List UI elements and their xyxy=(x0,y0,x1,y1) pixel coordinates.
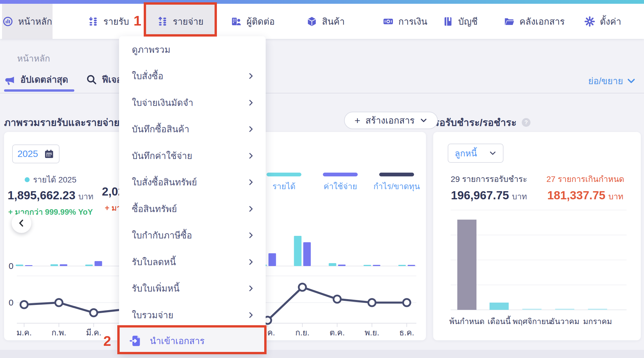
legend-label: ค่าใช้จ่าย xyxy=(323,180,357,193)
income-metric-value: 1,895,662.23 xyxy=(8,189,75,202)
nav-item-home[interactable]: หน้าหลัก xyxy=(2,4,53,39)
income-metric-unit: บาท xyxy=(78,192,93,201)
overview-section-title: ภาพรวมรายรับและรายจ่าย ? xyxy=(4,115,134,130)
menu-item-8[interactable]: รับใบลดหนี้ xyxy=(119,249,266,275)
chevron-right-icon xyxy=(247,258,255,266)
expense-icon xyxy=(157,16,168,27)
nav-item-documents[interactable]: คลังเอกสาร xyxy=(504,4,565,39)
menu-item-label: ดูภาพรวม xyxy=(132,42,255,57)
svg-text:ธันวาคม: ธันวาคม xyxy=(550,317,579,326)
legend-item-0[interactable]: รายได้ xyxy=(265,173,303,193)
legend-label: กำไร/ขาดทุน xyxy=(373,180,420,193)
svg-text:0: 0 xyxy=(9,298,14,307)
collapse-expand-label: ย่อ/ขยาย xyxy=(588,74,623,88)
svg-text:ม.ค.: ม.ค. xyxy=(17,328,32,337)
overdue-metric: 27 รายการเกินกำหนด 181,337.75บาท xyxy=(542,173,629,203)
menu-item-label: ใบกำกับภาษีซื้อ xyxy=(132,228,247,243)
nav-item-label: บัญชี xyxy=(458,14,478,29)
menu-item-10[interactable]: ใบรวมจ่าย xyxy=(119,302,266,328)
overdue-count: 27 รายการเกินกำหนด xyxy=(546,173,624,185)
pending-count: 29 รายการรอรับชำระ xyxy=(451,173,527,185)
menu-item-5[interactable]: ใบสั่งซื้อสินทรัพย์ xyxy=(119,169,266,196)
debtor-filter-select[interactable]: ลูกหนี้ xyxy=(448,144,503,163)
overdue-amount: 181,337.75 xyxy=(547,189,605,202)
menu-item-1[interactable]: ใบสั่งซื้อ xyxy=(119,63,266,90)
search-icon xyxy=(86,74,97,85)
legend-item-1[interactable]: ค่าใช้จ่าย xyxy=(321,173,359,193)
chevron-right-icon xyxy=(247,178,255,187)
svg-text:พฤศจิกายน: พฤศจิกายน xyxy=(513,317,551,326)
tab-latest-updates[interactable]: อัปเดตล่าสุด xyxy=(4,72,68,87)
nav-item-label: ตั้งค่า xyxy=(600,14,621,29)
year-selector[interactable]: 2025 xyxy=(12,144,60,163)
nav-item-expense[interactable]: รายจ่าย xyxy=(144,4,216,39)
nav-item-label: คลังเอกสาร xyxy=(519,14,565,29)
menu-item-7[interactable]: ใบกำกับภาษีซื้อ xyxy=(119,222,266,249)
menu-item-4[interactable]: บันทึกค่าใช้จ่าย xyxy=(119,142,266,169)
app-window: หน้าหลักรายรับรายจ่ายผู้ติดต่อสินค้าการเ… xyxy=(0,0,644,358)
receivables-title-text: รอรับชำระ/รอชำระ xyxy=(434,115,517,130)
nav-item-label: สินค้า xyxy=(322,14,345,29)
debtor-filter-value: ลูกหนี้ xyxy=(455,147,477,160)
receivables-section-title: รอรับชำระ/รอชำระ ? xyxy=(434,115,530,130)
pending-amount: 196,967.75 xyxy=(451,189,509,202)
chart-legend: รายได้ค่าใช้จ่ายกำไร/ขาดทุน xyxy=(265,173,416,193)
settings-icon xyxy=(584,16,595,27)
legend-swatch xyxy=(267,173,301,176)
menu-item-0[interactable]: ดูภาพรวม xyxy=(119,36,266,63)
chevron-right-icon xyxy=(247,98,255,107)
nav-item-finance[interactable]: การเงิน xyxy=(383,4,427,39)
megaphone-icon xyxy=(4,74,16,85)
income-metric: รายได้ 2025 1,895,662.23บาท + มากกว่า 99… xyxy=(7,173,94,218)
overdue-unit: บาท xyxy=(608,192,623,201)
menu-item-label: ใบรวมจ่าย xyxy=(132,308,247,322)
chevron-right-icon xyxy=(247,151,255,160)
create-document-label: สร้างเอกสาร xyxy=(366,113,415,128)
page-bottom-strip xyxy=(0,350,644,358)
legend-item-2[interactable]: กำไร/ขาดทุน xyxy=(377,173,416,193)
brand-gradient-strip xyxy=(0,0,644,4)
help-icon[interactable]: ? xyxy=(522,118,530,127)
nav-item-label: รายจ่าย xyxy=(173,14,204,29)
pending-metric: 29 รายการรอรับชำระ 196,967.75บาท xyxy=(445,173,533,203)
nav-item-accounting[interactable]: บัญชี xyxy=(442,4,478,39)
pending-unit: บาท xyxy=(512,192,527,201)
documents-icon xyxy=(504,16,515,27)
chevron-left-icon xyxy=(17,218,26,228)
nav-item-income[interactable]: รายรับ xyxy=(88,4,129,39)
annotation-step-2: 2 xyxy=(103,333,111,349)
svg-text:เดือนนี้: เดือนนี้ xyxy=(488,316,511,326)
income-metric-legend: รายได้ 2025 xyxy=(33,173,77,186)
chevron-right-icon xyxy=(247,231,255,240)
svg-text:ธ.ค.: ธ.ค. xyxy=(399,328,414,337)
nav-item-settings[interactable]: ตั้งค่า xyxy=(584,4,621,39)
menu-item-9[interactable]: รับใบเพิ่มหนี้ xyxy=(119,275,266,302)
menu-item-label: ใบสั่งซื้อสินทรัพย์ xyxy=(132,175,247,189)
menu-item-import-documents[interactable]: นำเข้าเอกสาร xyxy=(119,329,266,353)
products-icon xyxy=(306,16,317,27)
chevron-right-icon xyxy=(247,125,255,133)
nav-item-label: รายรับ xyxy=(103,14,129,29)
legend-swatch xyxy=(379,173,414,176)
expense-dropdown-menu: ดูภาพรวมใบสั่งซื้อใบจ่ายเงินมัดจำบันทึกซ… xyxy=(119,36,266,353)
menu-item-label: รับใบเพิ่มหนี้ xyxy=(132,281,247,296)
receivables-chart: พ้นกำหนดเดือนนี้พฤศจิกายนธันวาคมมกราคม xyxy=(433,132,641,340)
carousel-prev-button[interactable] xyxy=(12,213,31,233)
svg-text:มี.ค.: มี.ค. xyxy=(86,328,101,337)
create-document-button[interactable]: + สร้างเอกสาร xyxy=(344,112,438,129)
nav-item-products[interactable]: สินค้า xyxy=(306,4,345,39)
menu-item-label: ซื้อสินทรัพย์ xyxy=(132,202,247,216)
svg-text:พ้นกำหนด: พ้นกำหนด xyxy=(449,317,485,326)
menu-item-2[interactable]: ใบจ่ายเงินมัดจำ xyxy=(119,89,266,116)
svg-text:มกราคม: มกราคม xyxy=(583,317,612,326)
menu-item-6[interactable]: ซื้อสินทรัพย์ xyxy=(119,196,266,222)
annotation-step-1: 1 xyxy=(134,13,141,29)
menu-item-3[interactable]: บันทึกซื้อสินค้า xyxy=(119,116,266,143)
nav-item-contacts[interactable]: ผู้ติดต่อ xyxy=(231,4,275,39)
finance-icon xyxy=(383,16,394,27)
legend-label: รายได้ xyxy=(272,180,295,193)
overview-title-text: ภาพรวมรายรับและรายจ่าย xyxy=(4,115,120,130)
collapse-expand-link[interactable]: ย่อ/ขยาย xyxy=(588,74,636,88)
main-navbar: หน้าหลักรายรับรายจ่ายผู้ติดต่อสินค้าการเ… xyxy=(0,4,644,39)
plus-icon: + xyxy=(355,115,360,125)
